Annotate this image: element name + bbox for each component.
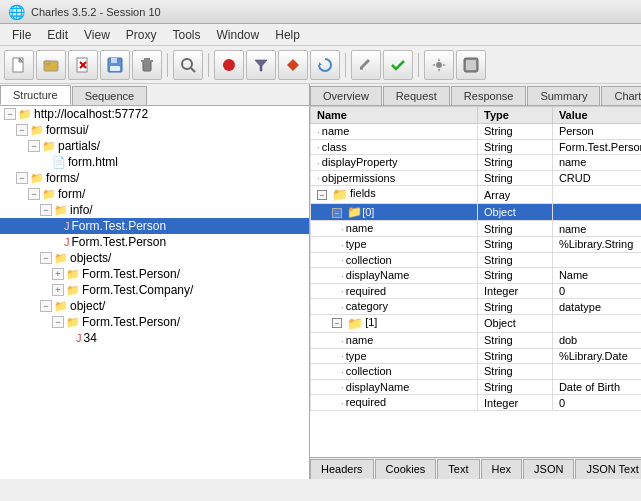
tree-node-ftp2[interactable]: J Form.Test.Person: [0, 234, 309, 250]
tree-node-root[interactable]: − 📁 http://localhost:57772: [0, 106, 309, 122]
tree-node-partials[interactable]: − 📁 partials/: [0, 138, 309, 154]
expand-partials[interactable]: −: [28, 140, 40, 152]
node-label-object: object/: [70, 299, 105, 313]
cell-name-0: − 📁[0]: [311, 204, 478, 221]
delete-button[interactable]: [132, 50, 162, 80]
close-button[interactable]: [68, 50, 98, 80]
settings-button[interactable]: [424, 50, 454, 80]
expand-fields[interactable]: −: [317, 190, 327, 200]
table-row[interactable]: ·type String %Library.Date: [311, 348, 642, 364]
filter-button[interactable]: [246, 50, 276, 80]
expand-ftc[interactable]: +: [52, 284, 64, 296]
expand-0[interactable]: −: [332, 208, 342, 218]
cell-type: Integer: [478, 283, 553, 299]
tab-response[interactable]: Response: [451, 86, 527, 105]
cell-value-0: [552, 204, 641, 221]
folder-icon-root: 📁: [18, 108, 32, 121]
bottom-tab-cookies[interactable]: Cookies: [375, 459, 437, 479]
separator2: [208, 53, 209, 77]
menu-edit[interactable]: Edit: [39, 26, 76, 44]
cell-type: String: [478, 364, 553, 380]
table-row[interactable]: ·category String datatype: [311, 299, 642, 315]
new-button[interactable]: [4, 50, 34, 80]
expand-objects[interactable]: −: [40, 252, 52, 264]
edit-button[interactable]: [351, 50, 381, 80]
tree-node-form[interactable]: − 📁 form/: [0, 186, 309, 202]
table-row[interactable]: − 📁fields Array: [311, 186, 642, 204]
tab-overview[interactable]: Overview: [310, 86, 382, 105]
menu-proxy[interactable]: Proxy: [118, 26, 165, 44]
svg-rect-12: [144, 58, 150, 60]
bottom-tab-text[interactable]: Text: [437, 459, 479, 479]
cell-name: − 📁fields: [311, 186, 478, 204]
save-button[interactable]: [100, 50, 130, 80]
bottom-tab-hex[interactable]: Hex: [481, 459, 523, 479]
tab-request[interactable]: Request: [383, 86, 450, 105]
table-row[interactable]: ·displayName String Date of Birth: [311, 379, 642, 395]
table-row[interactable]: ·displayProperty String name: [311, 155, 642, 171]
preferences-button[interactable]: [456, 50, 486, 80]
table-row[interactable]: ·name String dob: [311, 332, 642, 348]
table-row[interactable]: ·collection String: [311, 252, 642, 268]
expand-1[interactable]: −: [332, 318, 342, 328]
stop-button[interactable]: [278, 50, 308, 80]
table-row[interactable]: ·required Integer 0: [311, 283, 642, 299]
table-row[interactable]: ·class String Form.Test.Person: [311, 139, 642, 155]
record-button[interactable]: [214, 50, 244, 80]
menu-file[interactable]: File: [4, 26, 39, 44]
menu-view[interactable]: View: [76, 26, 118, 44]
tab-summary[interactable]: Summary: [527, 86, 600, 105]
search-button[interactable]: [173, 50, 203, 80]
expand-formsui[interactable]: −: [16, 124, 28, 136]
menu-tools[interactable]: Tools: [165, 26, 209, 44]
tree-node-object[interactable]: − 📁 object/: [0, 298, 309, 314]
cell-name: ·category: [311, 299, 478, 315]
svg-rect-3: [44, 61, 50, 64]
cell-type: String: [478, 379, 553, 395]
table-row[interactable]: ·required Integer 0: [311, 395, 642, 411]
table-row-0[interactable]: − 📁[0] Object: [311, 204, 642, 221]
table-row[interactable]: ·name String name: [311, 221, 642, 237]
menu-help[interactable]: Help: [267, 26, 308, 44]
tab-chart[interactable]: Chart: [601, 86, 641, 105]
tree-node-ftp3[interactable]: + 📁 Form.Test.Person/: [0, 266, 309, 282]
table-row[interactable]: ·collection String: [311, 364, 642, 380]
tree-node-forms[interactable]: − 📁 forms/: [0, 170, 309, 186]
expand-ftp4[interactable]: −: [52, 316, 64, 328]
tree-node-formhtml[interactable]: 📄 form.html: [0, 154, 309, 170]
open-button[interactable]: [36, 50, 66, 80]
window-title: Charles 3.5.2 - Session 10: [31, 6, 161, 18]
tree-node-ftp1[interactable]: J Form.Test.Person: [0, 218, 309, 234]
bottom-tab-jsontext[interactable]: JSON Text: [575, 459, 641, 479]
tree-node-formsui[interactable]: − 📁 formsui/: [0, 122, 309, 138]
expand-object[interactable]: −: [40, 300, 52, 312]
tree-node-ftp4[interactable]: − 📁 Form.Test.Person/: [0, 314, 309, 330]
right-panel: Overview Request Response Summary Chart …: [310, 84, 641, 479]
tree-node-ftc[interactable]: + 📁 Form.Test.Company/: [0, 282, 309, 298]
table-row[interactable]: ·displayName String Name: [311, 268, 642, 284]
table-row[interactable]: ·type String %Library.String: [311, 236, 642, 252]
tree-area[interactable]: − 📁 http://localhost:57772 − 📁 formsui/ …: [0, 106, 309, 479]
table-area[interactable]: Name Type Value ·name String Person ·cla…: [310, 106, 641, 457]
bottom-tab-headers[interactable]: Headers: [310, 459, 374, 479]
tree-node-objects[interactable]: − 📁 objects/: [0, 250, 309, 266]
table-row[interactable]: ·objpermissions String CRUD: [311, 170, 642, 186]
table-row-1[interactable]: − 📁[1] Object: [311, 314, 642, 332]
expand-form[interactable]: −: [28, 188, 40, 200]
tree-node-info[interactable]: − 📁 info/: [0, 202, 309, 218]
menu-window[interactable]: Window: [209, 26, 268, 44]
expand-root[interactable]: −: [4, 108, 16, 120]
check-button[interactable]: [383, 50, 413, 80]
table-row[interactable]: ·name String Person: [311, 124, 642, 140]
col-header-name: Name: [311, 107, 478, 124]
tree-node-34[interactable]: J 34: [0, 330, 309, 346]
tab-sequence[interactable]: Sequence: [72, 86, 148, 105]
tab-structure[interactable]: Structure: [0, 85, 71, 105]
svg-line-14: [191, 68, 195, 72]
refresh-button[interactable]: [310, 50, 340, 80]
expand-ftp3[interactable]: +: [52, 268, 64, 280]
left-panel: Structure Sequence − 📁 http://localhost:…: [0, 84, 310, 479]
expand-forms[interactable]: −: [16, 172, 28, 184]
bottom-tab-json[interactable]: JSON: [523, 459, 574, 479]
expand-info[interactable]: −: [40, 204, 52, 216]
